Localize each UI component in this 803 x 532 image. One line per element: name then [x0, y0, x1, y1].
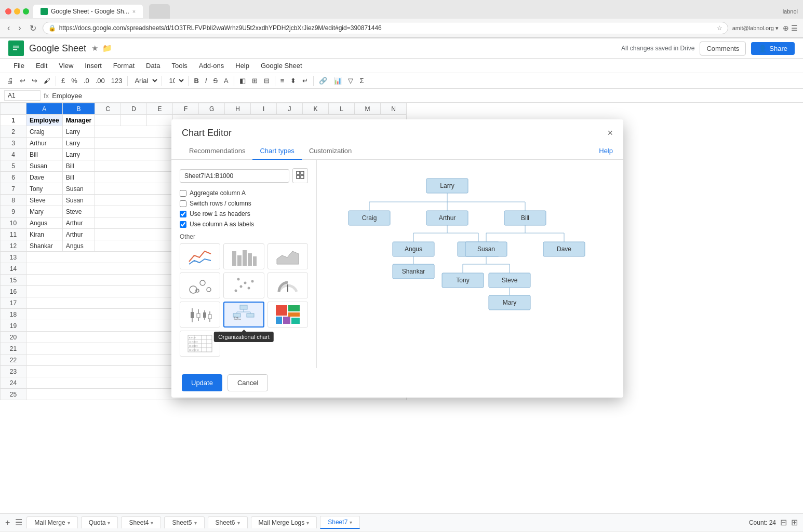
- url-bar[interactable]: 🔒 https://docs.google.com/spreadsheets/d…: [43, 22, 728, 34]
- tab-close-icon[interactable]: ×: [132, 8, 136, 15]
- col-header-L[interactable]: L: [329, 103, 355, 115]
- back-button[interactable]: ‹: [5, 22, 12, 34]
- new-tab-placeholder[interactable]: [149, 4, 170, 19]
- col-header-C[interactable]: C: [95, 103, 121, 115]
- comments-button[interactable]: Comments: [700, 42, 746, 56]
- checkbox-aggregate-input[interactable]: [180, 190, 186, 197]
- chart-button[interactable]: 📊: [331, 75, 344, 86]
- col-header-F[interactable]: F: [173, 103, 199, 115]
- menu-file[interactable]: File: [8, 60, 30, 72]
- cell-A2[interactable]: Craig: [26, 126, 63, 138]
- zoom-in-button[interactable]: ⊞: [790, 516, 799, 528]
- add-sheet-button[interactable]: +: [4, 517, 11, 528]
- cell-B7[interactable]: Susan: [62, 183, 95, 195]
- cell-C1[interactable]: [95, 115, 121, 126]
- wrap-button[interactable]: ↵: [300, 75, 311, 86]
- cell-A6[interactable]: Dave: [26, 172, 63, 183]
- redo-button[interactable]: ↪: [29, 75, 40, 86]
- col-header-B[interactable]: B: [62, 103, 95, 115]
- bold-button[interactable]: B: [191, 75, 201, 86]
- col-header-K[interactable]: K: [303, 103, 329, 115]
- checkbox-use-row1-input[interactable]: [180, 211, 186, 217]
- star-icon[interactable]: ★: [91, 44, 98, 53]
- cell-A9[interactable]: Mary: [26, 206, 63, 217]
- cell-E1[interactable]: [147, 115, 173, 126]
- menu-tools[interactable]: Tools: [166, 60, 192, 72]
- sheet-tab-sheet5[interactable]: Sheet5 ▾: [164, 516, 204, 528]
- cell-B11[interactable]: Arthur: [62, 229, 95, 240]
- cell-A5[interactable]: Susan: [26, 160, 63, 172]
- function-button[interactable]: Σ: [357, 75, 366, 86]
- col-header-D[interactable]: D: [121, 103, 147, 115]
- data-range-input[interactable]: [180, 169, 289, 183]
- paint-format-button[interactable]: 🖌: [41, 75, 53, 86]
- cell-A1[interactable]: Employee: [26, 115, 63, 126]
- sheet-tab-sheet7[interactable]: Sheet7 ▾: [320, 516, 360, 529]
- star-icon[interactable]: ☆: [717, 24, 722, 32]
- percent-button[interactable]: %: [69, 75, 80, 86]
- sheet-tab-sheet6[interactable]: Sheet6 ▾: [208, 516, 248, 528]
- cell-B10[interactable]: Arthur: [62, 217, 95, 229]
- cell-reference[interactable]: A1: [4, 90, 41, 101]
- forward-button[interactable]: ›: [16, 22, 23, 34]
- cell-B3[interactable]: Larry: [62, 138, 95, 149]
- cell-B8[interactable]: Susan: [62, 195, 95, 206]
- checkbox-switch-rows-input[interactable]: [180, 200, 186, 207]
- sheet-tab-mail-merge[interactable]: Mail Merge ▾: [26, 516, 77, 528]
- update-button[interactable]: Update: [182, 374, 222, 391]
- cell-A4[interactable]: Bill: [26, 149, 63, 160]
- cell-B12[interactable]: Angus: [62, 240, 95, 252]
- align-button[interactable]: ≡: [278, 75, 287, 86]
- font-size-select[interactable]: 10: [165, 75, 185, 86]
- cell-B9[interactable]: Steve: [62, 206, 95, 217]
- extensions-icon[interactable]: ⊕: [783, 24, 789, 32]
- tab-recommendations[interactable]: Recommendations: [182, 143, 252, 160]
- text-color-button[interactable]: A: [221, 75, 231, 86]
- bar-chart-button[interactable]: [223, 243, 264, 269]
- cell-B1[interactable]: Manager: [62, 115, 95, 126]
- help-link[interactable]: Help: [599, 143, 613, 159]
- more-menu-icon[interactable]: ☰: [791, 24, 798, 32]
- cell-A7[interactable]: Tony: [26, 183, 63, 195]
- cell-D1[interactable]: [121, 115, 147, 126]
- decrease-decimal[interactable]: .0: [81, 75, 92, 86]
- cell-B4[interactable]: Larry: [62, 149, 95, 160]
- share-button[interactable]: 👤 Share: [751, 42, 795, 55]
- col-header-H[interactable]: H: [225, 103, 251, 115]
- link-button[interactable]: 🔗: [316, 75, 330, 86]
- font-select[interactable]: Arial: [130, 75, 159, 86]
- print-button[interactable]: 🖨: [4, 75, 16, 86]
- col-header-M[interactable]: M: [355, 103, 381, 115]
- treemap-button[interactable]: [267, 302, 308, 328]
- browser-tab-active[interactable]: Google Sheet - Google Sh... ×: [33, 5, 143, 18]
- undo-button[interactable]: ↩: [17, 75, 28, 86]
- merge-cells-button[interactable]: ⊟: [261, 75, 272, 86]
- menu-help[interactable]: Help: [230, 60, 255, 72]
- col-header-G[interactable]: G: [199, 103, 225, 115]
- fill-color-button[interactable]: ◧: [237, 75, 248, 86]
- borders-button[interactable]: ⊞: [249, 75, 260, 86]
- col-header-J[interactable]: J: [277, 103, 303, 115]
- checkbox-use-cola-input[interactable]: [180, 221, 186, 228]
- bubble-chart-button[interactable]: [180, 272, 220, 298]
- candlestick-button[interactable]: [180, 302, 220, 328]
- modal-close-button[interactable]: ×: [607, 128, 613, 139]
- col-header-E[interactable]: E: [147, 103, 173, 115]
- col-header-A[interactable]: A: [26, 103, 63, 115]
- grid-select-button[interactable]: [292, 168, 308, 183]
- number-format[interactable]: 123: [109, 75, 125, 86]
- menu-addons[interactable]: Add-ons: [194, 60, 229, 72]
- currency-button[interactable]: £: [59, 75, 68, 86]
- sheet-tab-sheet4[interactable]: Sheet4 ▾: [121, 516, 161, 528]
- formula-input[interactable]: Employee: [52, 92, 799, 100]
- italic-button[interactable]: I: [203, 75, 210, 86]
- cell-B5[interactable]: Bill: [62, 160, 95, 172]
- menu-google-sheet[interactable]: Google Sheet: [256, 60, 307, 72]
- cell-B2[interactable]: Larry: [62, 126, 95, 138]
- menu-edit[interactable]: Edit: [31, 60, 52, 72]
- zoom-out-button[interactable]: ⊟: [779, 516, 788, 528]
- col-header-I[interactable]: I: [251, 103, 277, 115]
- cell-A12[interactable]: Shankar: [26, 240, 63, 252]
- cell-A11[interactable]: Kiran: [26, 229, 63, 240]
- increase-decimal[interactable]: .00: [93, 75, 108, 86]
